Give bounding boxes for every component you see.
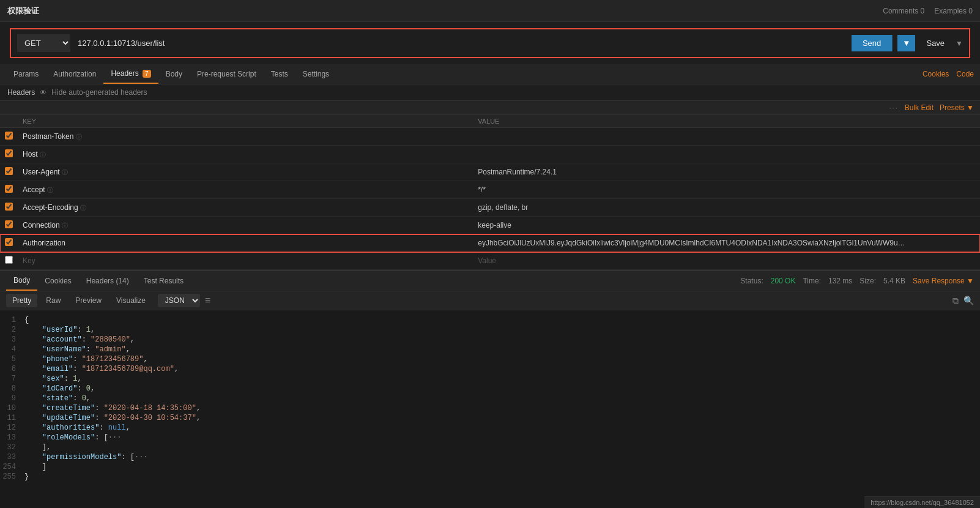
code-line: 10 "createTime": "2020-04-18 14:35:00", [0, 403, 980, 413]
code-line: 2 "userId": 1, [0, 325, 980, 335]
code-line: 7 "sex": 1, [0, 374, 980, 384]
header-row-checkbox[interactable] [5, 132, 13, 140]
format-select[interactable]: JSON XML HTML Text [158, 294, 200, 307]
url-input[interactable] [75, 36, 847, 50]
search-icon[interactable]: 🔍 [963, 296, 974, 306]
new-row-checkbox[interactable] [5, 256, 13, 264]
new-row-value[interactable]: Value [473, 252, 980, 270]
new-header-row: Key Value [0, 252, 980, 270]
examples-label: Examples 0 [934, 7, 973, 15]
tab-params[interactable]: Params [6, 65, 46, 83]
app-title: 权限验证 [7, 6, 39, 17]
response-tab-cookies[interactable]: Cookies [37, 272, 78, 290]
line-content: "sex": 1, [24, 375, 82, 383]
headers-table: KEY VALUE Postman-Token ⓘHost ⓘUser-Agen… [0, 115, 980, 270]
header-row-checkbox[interactable] [5, 167, 13, 175]
line-content: "userId": 1, [24, 326, 95, 334]
url-bar: GET POST PUT DELETE Send ▼ Save ▼ [10, 28, 970, 58]
cookies-link[interactable]: Cookies [922, 70, 949, 78]
size-value: 5.4 KB [883, 277, 905, 285]
header-key-cell: Postman-Token ⓘ [18, 128, 473, 146]
line-content: "email": "187123456789@qq.com", [24, 365, 179, 373]
status-label: Status: [740, 277, 763, 285]
line-content: "roleModels": [··· [24, 433, 121, 442]
line-content: "createTime": "2020-04-18 14:35:00", [24, 404, 201, 413]
line-content: "permissionModels": [··· [24, 453, 148, 461]
response-status: Status: 200 OK Time: 132 ms Size: 5.4 KB… [740, 277, 974, 285]
save-response-button[interactable]: Save Response ▼ [913, 277, 974, 285]
wrap-button[interactable]: ≡ [205, 295, 210, 306]
line-content: "updateTime": "2020-04-30 10:54:37", [24, 414, 201, 422]
tab-pre-request-script[interactable]: Pre-request Script [190, 65, 264, 83]
line-content: ], [24, 443, 51, 452]
response-body-tabs: Pretty Raw Preview Visualize JSON XML HT… [0, 291, 980, 310]
tab-headers[interactable]: Headers 7 [103, 64, 158, 84]
send-dropdown-button[interactable]: ▼ [897, 35, 915, 51]
headers-badge: 7 [143, 70, 151, 78]
tab-tests[interactable]: Tests [264, 65, 295, 83]
presets-button[interactable]: Presets ▼ [940, 103, 974, 112]
line-number: 8 [0, 384, 24, 393]
line-content: "account": "2880540", [24, 335, 135, 344]
line-number: 5 [0, 355, 24, 364]
copy-icon[interactable]: ⧉ [952, 296, 959, 306]
header-row-checkbox[interactable] [5, 203, 13, 211]
response-code-area[interactable]: 1{2 "userId": 1,3 "account": "2880540",4… [0, 310, 980, 508]
response-tab-test-results[interactable]: Test Results [136, 272, 191, 290]
eye-icon: 👁 [40, 89, 46, 96]
response-section: Body Cookies Headers (14) Test Results S… [0, 270, 980, 508]
code-line: 255} [0, 472, 980, 482]
save-button[interactable]: Save [920, 35, 951, 51]
col-header-key: KEY [18, 115, 473, 128]
hide-auto-generated-label[interactable]: Hide auto-generated headers [51, 88, 147, 97]
body-tab-pretty[interactable]: Pretty [6, 294, 37, 307]
line-number: 7 [0, 375, 24, 383]
code-line: 32 ], [0, 443, 980, 452]
table-row: User-Agent ⓘPostmanRuntime/7.24.1 [0, 163, 980, 181]
header-key-cell: Connection ⓘ [18, 217, 473, 234]
code-link[interactable]: Code [956, 70, 974, 78]
bulk-edit-button[interactable]: Bulk Edit [905, 103, 934, 112]
method-select[interactable]: GET POST PUT DELETE [17, 34, 70, 52]
line-number: 254 [0, 463, 24, 471]
line-number: 12 [0, 424, 24, 432]
header-key-cell: Authorization [18, 234, 473, 252]
response-tab-headers[interactable]: Headers (14) [79, 272, 136, 290]
header-row-checkbox[interactable] [5, 185, 13, 193]
code-line: 6 "email": "187123456789@qq.com", [0, 364, 980, 374]
tab-settings[interactable]: Settings [295, 65, 336, 83]
line-number: 2 [0, 326, 24, 334]
response-tab-body[interactable]: Body [6, 271, 37, 291]
tab-authorization[interactable]: Authorization [46, 65, 103, 83]
header-row-checkbox[interactable] [5, 149, 13, 157]
headers-table-container: KEY VALUE Postman-Token ⓘHost ⓘUser-Agen… [0, 115, 980, 270]
tab-body[interactable]: Body [158, 65, 190, 83]
body-tab-raw[interactable]: Raw [40, 294, 67, 307]
line-number: 9 [0, 394, 24, 403]
body-tab-visualize[interactable]: Visualize [110, 294, 152, 307]
line-content: { [24, 316, 29, 324]
body-tab-preview[interactable]: Preview [69, 294, 108, 307]
header-row-checkbox[interactable] [5, 220, 13, 228]
code-line: 12 "authorities": null, [0, 423, 980, 433]
dots-icon: ··· [889, 104, 899, 111]
code-line: 13 "roleModels": [··· [0, 433, 980, 443]
comments-label: Comments 0 [883, 7, 924, 15]
line-number: 13 [0, 433, 24, 442]
header-row-checkbox[interactable] [5, 238, 13, 246]
line-number: 3 [0, 335, 24, 344]
time-label: Time: [803, 277, 821, 285]
request-tabs: Params Authorization Headers 7 Body Pre-… [0, 64, 980, 84]
header-value-cell: */* [473, 181, 980, 199]
top-bar: 权限验证 Comments 0 Examples 0 [0, 0, 980, 22]
footer-bar: https://blog.csdn.net/qq_36481052 [864, 496, 980, 508]
code-line: 5 "phone": "187123456789", [0, 354, 980, 364]
code-line: 9 "state": 0, [0, 394, 980, 403]
send-button[interactable]: Send [852, 35, 893, 51]
code-line: 4 "userName": "admin", [0, 345, 980, 354]
response-body-right: ⧉ 🔍 [952, 296, 974, 306]
new-row-key[interactable]: Key [18, 252, 473, 270]
save-dropdown-icon[interactable]: ▼ [956, 39, 963, 48]
headers-sub-bar: Headers 👁 Hide auto-generated headers [0, 84, 980, 101]
line-number: 33 [0, 453, 24, 461]
